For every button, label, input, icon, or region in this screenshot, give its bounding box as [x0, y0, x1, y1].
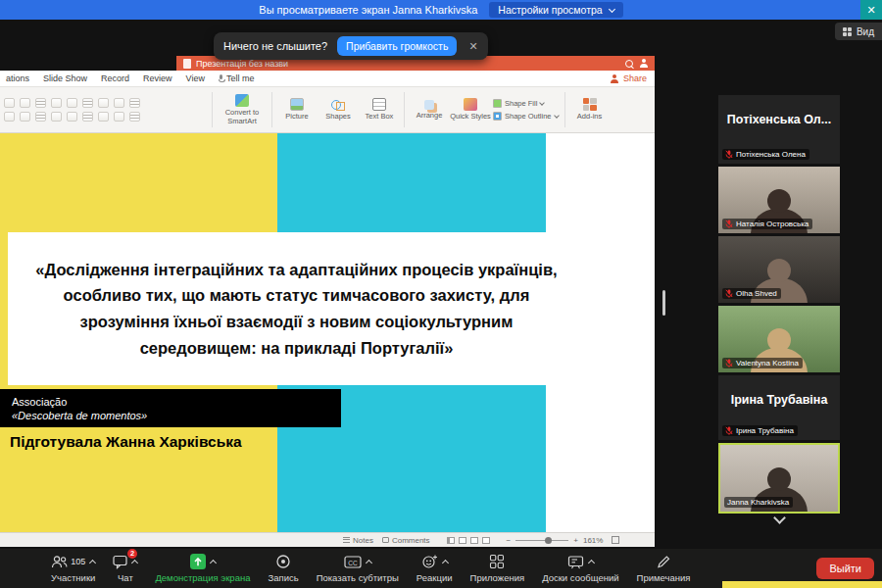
- shape-outline-button[interactable]: Shape Outline: [493, 112, 559, 121]
- ribbon-icon[interactable]: [98, 98, 109, 108]
- participants-label: Участники: [51, 572, 95, 583]
- chat-button[interactable]: 2 Чат: [113, 554, 137, 583]
- slide-title-line: середовищем: на прикладі Португалії»: [8, 335, 585, 362]
- picture-button[interactable]: Picture: [276, 98, 318, 122]
- chevron-up-icon[interactable]: [366, 559, 372, 565]
- text-box-icon: [372, 98, 386, 111]
- slide-title-line: зрозуміння їхньої взаємодії з новим соці…: [8, 309, 585, 335]
- presentation-doc-icon: [183, 59, 191, 69]
- participant-tile-olha[interactable]: Olha Shved: [718, 236, 840, 303]
- account-icon[interactable]: [639, 59, 648, 68]
- ribbon-icon[interactable]: [67, 98, 77, 108]
- participant-name-text: Janna Kharkivska: [727, 498, 789, 507]
- pencil-icon: [656, 554, 671, 569]
- tab-tell-me[interactable]: Tell me: [219, 74, 255, 83]
- participant-big-name: Потіхенська Ол...: [718, 113, 840, 126]
- tell-me-label: Tell me: [226, 74, 255, 83]
- chevron-up-icon[interactable]: [210, 559, 217, 565]
- ribbon-icon[interactable]: [35, 98, 46, 108]
- search-icon[interactable]: [624, 59, 634, 69]
- zoom-out-button[interactable]: −: [507, 536, 512, 545]
- share-screen-button[interactable]: Демонстрация экрана: [155, 554, 250, 583]
- slide-sorter-icon[interactable]: [459, 537, 466, 544]
- association-textbox[interactable]: Associação «Descoberta de momentos»: [0, 389, 341, 427]
- close-banner-button[interactable]: ✕: [860, 0, 882, 20]
- participant-tile-iryna[interactable]: Ірина Трубавіна Ірина Трубавіна: [718, 375, 840, 440]
- record-button[interactable]: Запись: [268, 554, 298, 583]
- slide-title-textbox[interactable]: «Дослідження інтеграційних та адаптаційн…: [8, 232, 585, 385]
- normal-view-icon[interactable]: [447, 537, 455, 544]
- ribbon-icon[interactable]: [35, 112, 46, 122]
- ppt-status-bar: Notes Comments − + 161%: [0, 532, 655, 547]
- arrange-button[interactable]: Arrange: [409, 100, 450, 121]
- ribbon-icon[interactable]: [20, 98, 30, 108]
- chevron-up-icon[interactable]: [131, 559, 138, 565]
- participant-name-text: Наталія Островська: [736, 220, 808, 228]
- reading-view-icon[interactable]: [470, 537, 478, 544]
- notes-label: Notes: [353, 536, 373, 545]
- captions-label: Показать субтитры: [317, 572, 399, 583]
- annotations-button[interactable]: Примечания: [637, 554, 691, 583]
- zoom-in-button[interactable]: +: [573, 536, 578, 545]
- slideshow-view-icon[interactable]: [482, 537, 490, 544]
- chevron-up-icon[interactable]: [588, 559, 595, 565]
- tab-animations[interactable]: ations: [6, 74, 29, 83]
- increase-volume-button[interactable]: Прибавить громкость: [337, 36, 457, 56]
- participants-panel: Потіхенська Ол... Потіхенська Олена Ната…: [718, 95, 840, 516]
- chevron-up-icon[interactable]: [89, 559, 96, 565]
- zoom-slider[interactable]: [515, 540, 568, 541]
- reactions-button[interactable]: Реакции: [416, 554, 453, 583]
- participant-name-chip: Janna Kharkivska: [724, 497, 793, 508]
- ribbon-icon[interactable]: [20, 112, 30, 122]
- viewing-screen-text: Вы просматриваете экран Janna Kharkivska: [259, 4, 477, 16]
- tab-review[interactable]: Review: [143, 74, 172, 83]
- ribbon-icon[interactable]: [67, 112, 77, 122]
- convert-smartart-button[interactable]: Convert to SmartArt: [217, 94, 268, 125]
- participant-name-text: Valentyna Kostina: [736, 359, 799, 368]
- participant-tile-janna-active[interactable]: Janna Kharkivska: [718, 443, 840, 514]
- ribbon-icon[interactable]: [98, 112, 109, 122]
- tab-slide-show[interactable]: Slide Show: [43, 74, 87, 83]
- participant-tile-valentyna[interactable]: Valentyna Kostina: [718, 306, 840, 372]
- participant-tile-potikhenska[interactable]: Потіхенська Ол... Потіхенська Олена: [718, 95, 840, 164]
- tab-view[interactable]: View: [186, 74, 205, 83]
- participants-button[interactable]: 105 Участники: [51, 554, 95, 583]
- chevron-up-icon[interactable]: [442, 559, 449, 565]
- boards-button[interactable]: Доски сообщений: [542, 554, 618, 583]
- apps-button[interactable]: Приложения: [470, 554, 525, 583]
- ribbon-icon[interactable]: [82, 98, 93, 108]
- slide-canvas[interactable]: «Дослідження інтеграційних та адаптаційн…: [0, 133, 655, 532]
- participant-tile-natalia[interactable]: Наталія Островська: [718, 167, 840, 233]
- zoom-slider-knob[interactable]: [545, 537, 552, 544]
- ribbon-icon[interactable]: [129, 112, 140, 122]
- record-icon: [275, 554, 291, 569]
- screen-share-banner: Вы просматриваете экран Janna Kharkivska…: [0, 0, 882, 20]
- captions-button[interactable]: CC Показать субтитры: [317, 554, 399, 583]
- quick-styles-button[interactable]: Quick Styles: [450, 98, 491, 122]
- shapes-button[interactable]: Shapes: [318, 98, 359, 122]
- view-layout-button[interactable]: Вид: [835, 23, 882, 40]
- ppt-share-button[interactable]: Share: [611, 74, 647, 83]
- ribbon-icon[interactable]: [129, 98, 140, 108]
- ribbon-icon[interactable]: [114, 98, 124, 108]
- ribbon-icon[interactable]: [82, 112, 93, 122]
- ribbon-icon[interactable]: [114, 112, 124, 122]
- zoom-level-text: 161%: [583, 536, 603, 545]
- fit-slide-icon[interactable]: [612, 536, 619, 544]
- panel-collapse-button[interactable]: [718, 514, 840, 522]
- leave-meeting-button[interactable]: Выйти: [816, 558, 874, 579]
- view-options-dropdown[interactable]: Настройки просмотра: [489, 2, 622, 18]
- ribbon-icon[interactable]: [4, 112, 15, 122]
- toast-close-icon[interactable]: ✕: [468, 40, 477, 53]
- text-box-button[interactable]: Text Box: [359, 98, 400, 122]
- tab-record[interactable]: Record: [101, 74, 129, 83]
- shape-fill-button[interactable]: Shape Fill: [493, 99, 559, 108]
- shared-screen-scrollbar[interactable]: [662, 290, 665, 316]
- ribbon-icon[interactable]: [51, 112, 62, 122]
- slide-title-line: особливо тих, що мають статус тимчасовог…: [8, 282, 585, 309]
- ribbon-icon[interactable]: [4, 98, 15, 108]
- comments-button[interactable]: Comments: [382, 536, 430, 545]
- ribbon-icon[interactable]: [51, 98, 62, 108]
- notes-button[interactable]: Notes: [343, 536, 373, 545]
- add-ins-button[interactable]: Add-ins: [569, 98, 611, 122]
